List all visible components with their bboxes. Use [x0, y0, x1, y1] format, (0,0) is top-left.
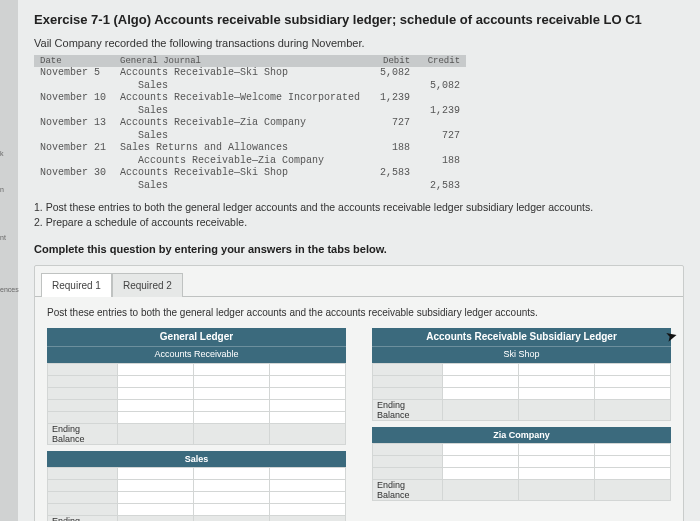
tab-body: Post these entries to both the general l…	[35, 296, 683, 521]
journal-row: Sales1,239	[34, 105, 466, 118]
general-ledger-column: General Ledger Accounts Receivable Endin…	[47, 328, 346, 521]
gl-account-ar: Accounts Receivable	[47, 346, 346, 363]
journal-row: November 21Sales Returns and Allowances1…	[34, 142, 466, 155]
journal-row: November 5Accounts Receivable—Ski Shop5,…	[34, 67, 466, 80]
tab-required-1[interactable]: Required 1	[41, 273, 112, 297]
left-nav-strip: k n nt ences	[0, 0, 18, 521]
sub-zia-ending-label: Ending Balance	[373, 480, 443, 501]
answer-panel: Required 1 Required 2 Post these entries…	[34, 265, 684, 521]
gl-sales-grid[interactable]: Ending Balance	[47, 467, 346, 521]
tab-required-2[interactable]: Required 2	[112, 273, 183, 297]
col-credit: Credit	[416, 55, 466, 67]
gl-header: General Ledger	[47, 328, 346, 346]
sub-account-zia: Zia Company	[372, 427, 671, 443]
subsidiary-ledger-column: Accounts Receivable Subsidiary Ledger Sk…	[372, 328, 671, 521]
journal-row: November 13Accounts Receivable—Zia Compa…	[34, 117, 466, 130]
exercise-title: Exercise 7-1 (Algo) Accounts receivable …	[34, 12, 684, 27]
journal-row: Sales2,583	[34, 180, 466, 193]
col-desc: General Journal	[114, 55, 366, 67]
intro-text: Vail Company recorded the following tran…	[34, 37, 684, 49]
col-debit: Debit	[366, 55, 416, 67]
col-date: Date	[34, 55, 114, 67]
journal-row: November 30Accounts Receivable—Ski Shop2…	[34, 167, 466, 180]
sub-ski-ending-label: Ending Balance	[373, 400, 443, 421]
sub-account-ski: Ski Shop	[372, 346, 671, 363]
task-instructions: 1. Post these entries to both the genera…	[34, 200, 684, 229]
tab-subtext: Post these entries to both the general l…	[47, 307, 671, 318]
sub-zia-grid[interactable]: Ending Balance	[372, 443, 671, 501]
journal-row: November 10Accounts Receivable—Welcome I…	[34, 92, 466, 105]
gl-ar-grid[interactable]: Ending Balance	[47, 363, 346, 445]
gl-ar-ending-label: Ending Balance	[48, 424, 118, 445]
journal-row: Sales727	[34, 130, 466, 143]
gl-account-sales: Sales	[47, 451, 346, 467]
page-content: Exercise 7-1 (Algo) Accounts receivable …	[18, 0, 700, 521]
general-journal-table: Date General Journal Debit Credit Novemb…	[34, 55, 466, 192]
sub-header: Accounts Receivable Subsidiary Ledger	[372, 328, 671, 346]
tab-strip: Required 1 Required 2	[35, 266, 683, 296]
sub-ski-grid[interactable]: Ending Balance	[372, 363, 671, 421]
tab-instructions: Complete this question by entering your …	[34, 243, 684, 255]
journal-row: Sales5,082	[34, 80, 466, 93]
journal-row: Accounts Receivable—Zia Company188	[34, 155, 466, 168]
gl-sales-ending-label: Ending Balance	[48, 516, 118, 521]
